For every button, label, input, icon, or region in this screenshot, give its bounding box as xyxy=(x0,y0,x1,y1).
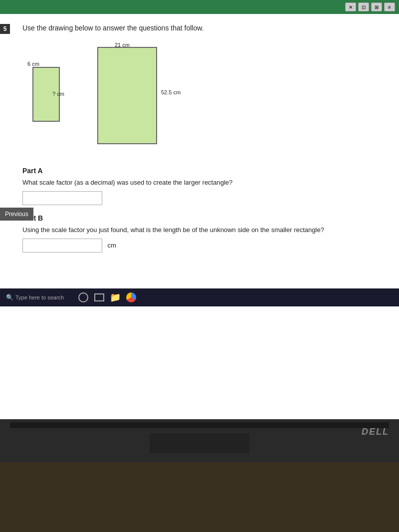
part-a-answer-input[interactable] xyxy=(22,191,102,205)
toolbar: ✕ ⊡ ⊞ ≡ xyxy=(0,0,399,14)
taskbar-circle-icon[interactable] xyxy=(78,292,89,303)
large-rect-height-label: 52.5 cm xyxy=(161,89,181,95)
search-icon: 🔍 xyxy=(6,294,13,301)
part-b-answer-input[interactable] xyxy=(22,239,102,253)
part-b-question: Using the scale factor you just found, w… xyxy=(22,226,384,234)
taskbar: 🔍 Type here to search 📁 xyxy=(0,288,399,306)
screen: ✕ ⊡ ⊞ ≡ 5 Use the drawing below to answe… xyxy=(0,0,399,419)
toolbar-btn-2[interactable]: ⊡ xyxy=(358,2,369,11)
small-rect-width-label: 6 cm xyxy=(27,61,39,67)
toolbar-btn-4[interactable]: ≡ xyxy=(384,2,395,11)
main-content: 5 Use the drawing below to answer the qu… xyxy=(0,14,399,419)
small-rect-height-label: ? cm xyxy=(52,91,64,97)
monitor-stand xyxy=(150,433,249,453)
previous-button[interactable]: Previous xyxy=(0,208,33,221)
taskbar-grid-icon[interactable] xyxy=(94,292,105,303)
dell-logo: DELL xyxy=(362,427,389,437)
toolbar-btn-1[interactable]: ✕ xyxy=(345,2,356,11)
search-placeholder-text: Type here to search xyxy=(15,294,64,300)
toolbar-btn-3[interactable]: ⊞ xyxy=(371,2,382,11)
large-rectangle xyxy=(97,47,157,144)
question-number: 5 xyxy=(0,24,10,34)
monitor-edge xyxy=(10,422,389,428)
part-a-section: Part A What scale factor (as a decimal) … xyxy=(22,167,384,205)
part-b-title: Part B xyxy=(22,214,384,222)
drawing-area: 21 cm 6 cm ? cm 52.5 cm xyxy=(22,42,384,157)
monitor-bezel: DELL xyxy=(0,419,399,532)
taskbar-icons: 📁 xyxy=(78,292,137,303)
instruction-text: Use the drawing below to answer the ques… xyxy=(22,24,384,32)
search-area[interactable]: 🔍 Type here to search xyxy=(6,294,64,301)
part-b-section: Part B Using the scale factor you just f… xyxy=(22,214,384,253)
taskbar-chrome-icon[interactable] xyxy=(126,292,137,303)
part-b-unit: cm xyxy=(107,242,116,249)
part-a-title: Part A xyxy=(22,167,384,175)
taskbar-folder-icon[interactable]: 📁 xyxy=(110,292,121,303)
part-a-question: What scale factor (as a decimal) was use… xyxy=(22,179,384,186)
cables-area xyxy=(0,462,399,532)
